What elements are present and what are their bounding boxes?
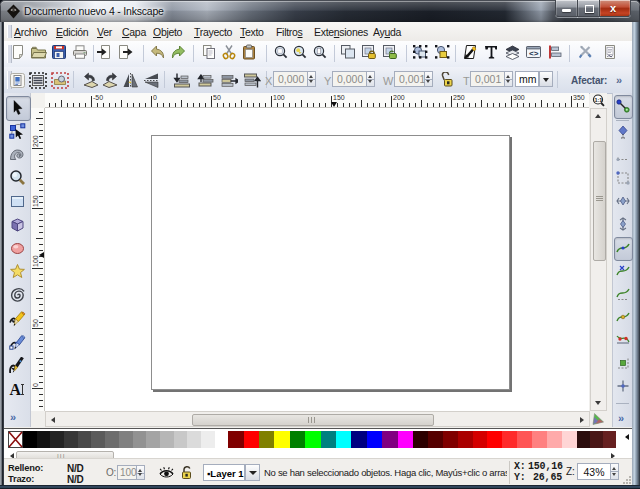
- svg-text:1:1: 1:1: [594, 97, 602, 103]
- svg-text:A: A: [9, 381, 21, 398]
- svg-text:<>: <>: [529, 49, 539, 58]
